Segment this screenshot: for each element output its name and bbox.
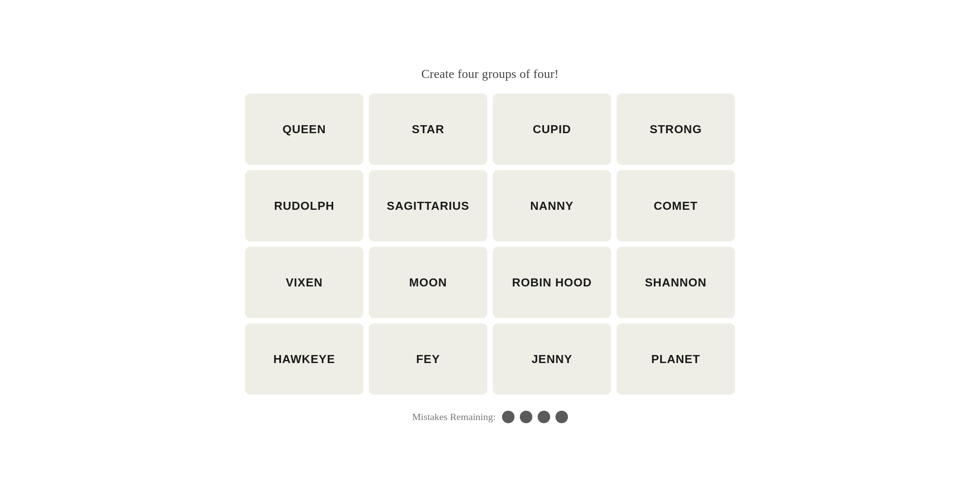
- tile-label-star: STAR: [412, 122, 445, 136]
- tile-label-rudolph: RUDOLPH: [274, 199, 335, 213]
- tile-rudolph[interactable]: RUDOLPH: [245, 170, 363, 241]
- game-container: Create four groups of four! QUEENSTARCUP…: [245, 67, 735, 423]
- tile-strong[interactable]: STRONG: [617, 94, 735, 165]
- tile-shannon[interactable]: SHANNON: [617, 247, 735, 318]
- tile-vixen[interactable]: VIXEN: [245, 247, 363, 318]
- tile-label-planet: PLANET: [651, 352, 700, 366]
- mistakes-row: Mistakes Remaining:: [412, 411, 568, 423]
- tile-label-fey: FEY: [416, 352, 440, 366]
- tile-label-vixen: VIXEN: [286, 276, 323, 290]
- mistake-dot-4: [555, 411, 568, 423]
- tile-robin-hood[interactable]: ROBIN HOOD: [493, 247, 611, 318]
- tile-label-hawkeye: HAWKEYE: [274, 352, 335, 366]
- tile-grid: QUEENSTARCUPIDSTRONGRUDOLPHSAGITTARIUSNA…: [245, 94, 735, 395]
- tile-label-sagittarius: SAGITTARIUS: [387, 199, 469, 213]
- mistakes-dots: [502, 411, 568, 423]
- tile-label-robin-hood: ROBIN HOOD: [512, 276, 592, 290]
- tile-sagittarius[interactable]: SAGITTARIUS: [369, 170, 487, 241]
- tile-star[interactable]: STAR: [369, 94, 487, 165]
- tile-hawkeye[interactable]: HAWKEYE: [245, 323, 363, 395]
- tile-label-strong: STRONG: [649, 122, 702, 136]
- tile-nanny[interactable]: NANNY: [493, 170, 611, 241]
- mistakes-label: Mistakes Remaining:: [412, 411, 496, 423]
- tile-moon[interactable]: MOON: [369, 247, 487, 318]
- tile-label-cupid: CUPID: [533, 122, 571, 136]
- tile-label-jenny: JENNY: [531, 352, 572, 366]
- subtitle: Create four groups of four!: [421, 67, 559, 81]
- tile-queen[interactable]: QUEEN: [245, 94, 363, 165]
- tile-cupid[interactable]: CUPID: [493, 94, 611, 165]
- tile-label-comet: COMET: [654, 199, 698, 213]
- mistake-dot-1: [502, 411, 514, 423]
- tile-label-queen: QUEEN: [282, 122, 326, 136]
- tile-fey[interactable]: FEY: [369, 323, 487, 395]
- tile-label-nanny: NANNY: [530, 199, 573, 213]
- tile-jenny[interactable]: JENNY: [493, 323, 611, 395]
- tile-planet[interactable]: PLANET: [617, 323, 735, 395]
- tile-label-shannon: SHANNON: [645, 276, 706, 290]
- tile-comet[interactable]: COMET: [617, 170, 735, 241]
- tile-label-moon: MOON: [409, 276, 447, 290]
- mistake-dot-3: [538, 411, 550, 423]
- mistake-dot-2: [520, 411, 532, 423]
